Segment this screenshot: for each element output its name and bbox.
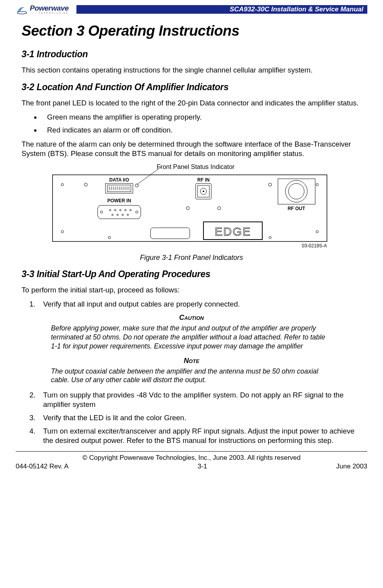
list-item: 4.Turn on external exciter/transceiver a… [29,426,361,445]
list-item: 2.Turn on supply that provides -48 Vdc t… [29,390,361,409]
heading-3-2: 3-2 Location And Function Of Amplifier I… [22,82,361,93]
logo-text: Powerwave [30,4,69,13]
company-logo: Powerwave TECHNOLOGIES [16,4,69,15]
svg-point-27 [136,211,138,213]
page-number: 3-1 [198,463,207,470]
svg-point-4 [61,230,64,233]
svg-point-9 [84,183,87,186]
svg-point-28 [109,209,111,211]
body-text: The nature of the alarm can only be dete… [22,140,361,158]
svg-point-3 [61,183,64,186]
doc-number: 044-05142 Rev. A [16,463,69,470]
document-title: SCA932-30C Installation & Service Manual [230,5,363,13]
svg-point-48 [269,183,272,186]
svg-text:EDGE: EDGE [214,225,251,238]
svg-text:POWER IN: POWER IN [107,198,131,203]
body-text: This section contains operating instruct… [22,65,361,75]
body-text: The front panel LED is located to the ri… [22,98,361,108]
caution-text: Before applying power, make sure that th… [51,324,332,350]
numbered-list: 2.Turn on supply that provides -48 Vdc t… [29,390,361,445]
note-label: Note [22,357,361,365]
note-text: The output coaxial cable between the amp… [51,367,332,385]
copyright-text: © Copyright Powerwave Technologies, Inc.… [16,454,367,462]
logo-swoosh-icon [16,4,28,15]
front-panel-diagram: Front Panel Status Indicator DATA I/O [39,163,345,251]
footer-date: June 2003 [336,463,367,470]
svg-point-41 [203,191,204,192]
figure-caption: Figure 3-1 Front Panel Indicators [22,254,361,262]
svg-point-5 [316,183,318,186]
svg-point-32 [130,209,131,211]
page-header: Powerwave TECHNOLOGIES SCA932-30C Instal… [0,0,383,15]
svg-point-33 [112,214,113,216]
heading-3-1: 3-1 Introduction [22,49,361,60]
svg-point-35 [122,214,123,216]
svg-point-34 [117,214,118,216]
list-item: 1.Verify that all input and output cable… [29,299,361,309]
svg-point-6 [316,230,318,233]
svg-point-31 [125,209,126,211]
heading-3-3: 3-3 Initial Start-Up And Operating Proce… [22,269,361,279]
list-item: Red indicates an alarm or off condition. [41,125,361,135]
svg-point-26 [100,211,103,213]
svg-point-0 [17,11,27,14]
section-title: Section 3 Operating Instructions [22,23,361,39]
svg-text:RF OUT: RF OUT [287,206,305,211]
figure-3-1: Front Panel Status Indicator DATA I/O [22,163,361,262]
caution-label: Caution [22,314,361,322]
svg-text:RF IN: RF IN [197,177,209,183]
list-item: Green means the amplifier is operating p… [41,113,361,122]
page-content: Section 3 Operating Instructions 3-1 Int… [0,23,383,445]
page-footer: © Copyright Powerwave Technologies, Inc.… [16,451,367,470]
svg-line-1 [137,167,161,185]
svg-point-7 [108,236,111,239]
numbered-list: 1.Verify that all input and output cable… [29,299,361,309]
figure-callout-label: Front Panel Status Indicator [156,163,234,170]
svg-text:DATA I/O: DATA I/O [109,177,129,183]
bullet-list: Green means the amplifier is operating p… [41,113,361,135]
svg-point-36 [127,214,129,216]
svg-point-42 [186,207,189,210]
svg-point-46 [289,183,304,199]
svg-point-24 [135,184,138,187]
list-item: 3.Verify that the LED is lit and the col… [29,413,361,423]
svg-point-29 [114,209,116,211]
header-title-bar: SCA932-30C Installation & Service Manual [76,5,367,14]
svg-rect-49 [151,228,190,239]
svg-point-8 [269,236,271,239]
svg-point-30 [120,209,121,211]
svg-point-43 [218,207,221,210]
body-text: To perform the initial start-up, proceed… [22,285,361,295]
svg-text:03-0219S-A: 03-0219S-A [301,243,327,249]
svg-rect-44 [278,179,315,204]
